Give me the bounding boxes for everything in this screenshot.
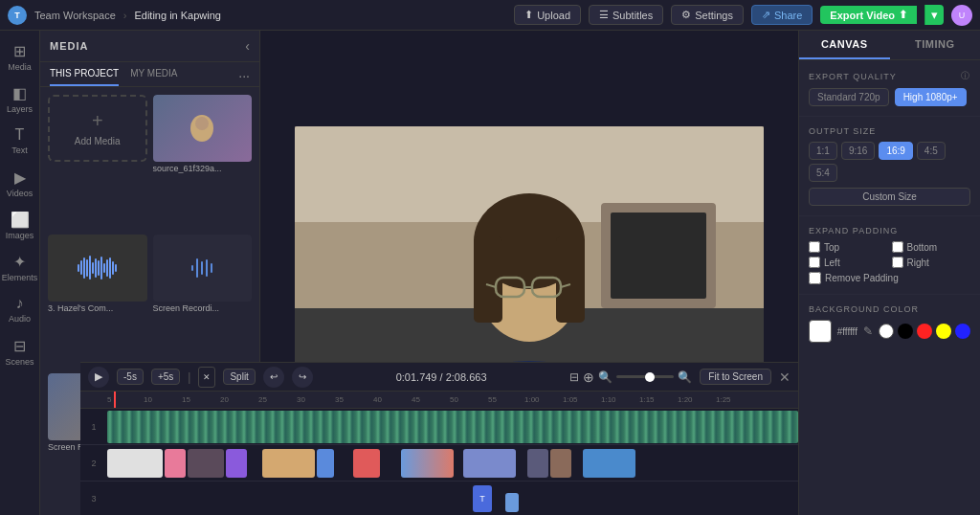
padding-bottom-checkbox[interactable] [892,241,903,253]
split-button[interactable]: Split [223,369,255,385]
timeline-close-button[interactable]: ✕ [779,369,791,385]
clip-purple[interactable] [226,449,247,478]
preset-black[interactable] [898,324,913,339]
padding-right-label[interactable]: Right [892,257,971,268]
track-2: 2 [80,445,798,481]
clip-face[interactable] [262,449,315,478]
padding-top-checkbox[interactable] [809,241,820,253]
tab-timing[interactable]: TIMING [890,31,981,59]
tab-canvas[interactable]: CANVAS [799,31,890,59]
tab-my-media[interactable]: MY MEDIA [130,68,177,86]
playhead[interactable] [114,392,116,408]
add-media-label: Add Media [75,136,121,146]
svg-rect-18 [556,236,585,323]
media-icon: ⊞ [13,42,26,60]
audio-waveform-2 [190,254,213,282]
clip-extra3[interactable] [583,449,635,478]
close-split-button[interactable]: ✕ [198,367,215,388]
sidebar-item-images[interactable]: ⬜ Images [3,205,37,245]
list-item[interactable]: 3. Hazel's Com... [48,235,147,369]
sidebar-item-text[interactable]: T Text [3,121,37,161]
bg-color-value: #ffffff [837,326,858,337]
list-item[interactable]: Screen Recordi... [153,235,253,369]
remove-padding-checkbox[interactable] [809,272,821,284]
clip-extra2[interactable] [550,449,571,478]
avatar: U [951,5,972,26]
ruler-mark: 30 [297,395,305,404]
zoom-controls: ⊟ ⊕ 🔍 🔍 [569,369,692,385]
media-panel-close[interactable]: ‹ [245,38,250,54]
preset-red[interactable] [917,324,932,339]
plus5-button[interactable]: +5s [151,369,180,385]
sidebar-item-media[interactable]: ⊞ Media [3,36,37,77]
quality-high-button[interactable]: High 1080p+ [895,88,967,106]
fit-to-screen-button[interactable]: Fit to Screen [700,369,771,385]
subtitles-button[interactable]: ☰ Subtitles [589,5,663,25]
share-button[interactable]: ⇗ Share [751,5,813,25]
minus5-button[interactable]: -5s [117,369,144,385]
play-button[interactable]: ▶ [88,367,109,388]
upload-button[interactable]: ⬆ Upload [514,5,581,25]
quality-standard-button[interactable]: Standard 720p [809,88,889,106]
settings-button[interactable]: ⚙ Settings [671,5,744,25]
export-button[interactable]: Export Video ⬆ [820,6,917,24]
add-plus-icon: + [92,110,103,132]
list-item[interactable]: source_61f329a... [153,95,253,229]
add-media-box[interactable]: + Add Media [48,95,147,162]
redo-button[interactable]: ↪ [292,367,313,388]
custom-size-button[interactable]: Custom Size [809,188,970,206]
zoom-merge-icon[interactable]: ⊕ [583,369,594,385]
zoom-magnify-icon[interactable]: 🔍 [678,370,692,384]
bg-color-swatch[interactable] [809,320,832,343]
clip-red[interactable] [353,449,380,478]
expand-padding-section: EXPAND PADDING Top Bottom [799,216,980,295]
video-thumbnail-icon [188,114,216,143]
info-clip[interactable] [505,493,519,512]
sidebar-item-videos[interactable]: ▶ Videos [3,163,37,203]
padding-left-checkbox[interactable] [809,257,820,268]
clip-phone[interactable] [107,449,163,478]
media-more-button[interactable]: ··· [238,68,250,86]
zoom-slider[interactable] [616,375,674,378]
size-16-9-button[interactable]: 16:9 [879,142,912,160]
workspace-name: Team Workspace [34,10,116,21]
videos-icon: ▶ [14,168,26,187]
padding-left-label[interactable]: Left [809,257,888,268]
padding-bottom-label[interactable]: Bottom [892,241,971,253]
padding-top-label[interactable]: Top [809,241,888,253]
size-9-16-button[interactable]: 9:16 [841,142,875,160]
size-1-1-button[interactable]: 1:1 [809,142,837,160]
preset-white[interactable] [879,324,894,339]
tab-this-project[interactable]: THIS PROJECT [50,68,119,86]
audio-icon: ♪ [16,295,24,312]
sidebar-item-audio[interactable]: ♪ Audio [3,289,37,329]
add-media-item[interactable]: + Add Media [48,95,147,229]
text-clip[interactable]: T [473,485,492,512]
zoom-in-icon[interactable]: 🔍 [598,370,612,384]
undo-button[interactable]: ↩ [263,367,284,388]
color-edit-icon[interactable]: ✎ [863,325,873,338]
sidebar-item-elements[interactable]: ✦ Elements [3,247,37,287]
clip-blue[interactable] [317,449,334,478]
audio-track-waveform[interactable] [107,411,798,443]
padding-right-checkbox[interactable] [892,257,903,268]
sidebar-item-scenes[interactable]: ⊟ Scenes [3,331,37,371]
background-color-section: BACKGROUND COLOR #ffffff ✎ [799,295,980,352]
timeline-toolbar: ▶ -5s +5s | ✕ Split ↩ ↪ 0:01.749 / 2:08.… [80,363,798,392]
export-caret-button[interactable]: ▾ [924,5,944,25]
clip-dark[interactable] [188,449,224,478]
size-5-4-button[interactable]: 5:4 [809,164,837,182]
timeline-tracks: 1 2 [80,409,798,515]
zoom-out-icon[interactable]: ⊟ [569,370,579,384]
size-4-5-button[interactable]: 4:5 [917,142,946,160]
clip-extra1[interactable] [527,449,548,478]
remove-padding-label[interactable]: Remove Padding [809,272,970,284]
clip-screen[interactable] [463,449,516,478]
layers-icon: ◧ [12,84,27,102]
export-quality-section: EXPORT QUALITY ⓘ Standard 720p High 1080… [799,60,980,117]
preset-yellow[interactable] [936,324,951,339]
sidebar-item-layers[interactable]: ◧ Layers [3,78,37,119]
preset-blue[interactable] [955,324,970,339]
clip-multi[interactable] [401,449,454,478]
clip-pink[interactable] [165,449,186,478]
